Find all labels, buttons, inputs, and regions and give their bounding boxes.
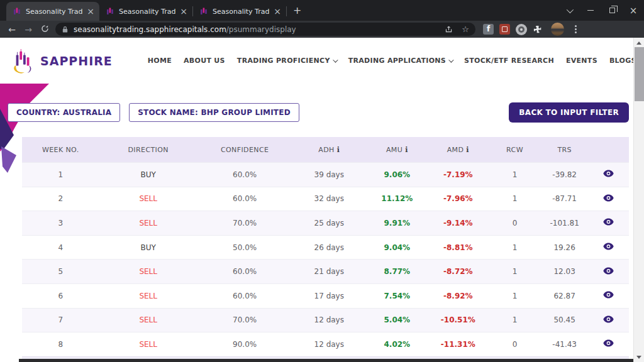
cell-adh: 12 days <box>292 340 366 349</box>
table-row: 3 SELL 70.0% 25 days 9.91% -9.14% 0 -101… <box>22 211 629 235</box>
nav-home[interactable]: HOME <box>148 57 172 65</box>
cell-direction: SELL <box>99 340 197 349</box>
cell-amd: -9.14% <box>428 219 489 228</box>
info-icon[interactable]: i <box>466 146 469 154</box>
puzzle-extensions-icon[interactable] <box>533 25 543 35</box>
browser-tab-2[interactable]: Seasonality Trading × <box>99 2 192 21</box>
page-scrollbar[interactable] <box>633 38 644 362</box>
cell-adh: 21 days <box>292 267 366 276</box>
col-header-rcw: RCW <box>488 146 541 154</box>
eye-icon <box>603 339 614 347</box>
eye-icon <box>603 218 614 226</box>
tab-close-icon[interactable]: × <box>180 7 187 16</box>
forward-icon[interactable]: → <box>20 25 36 35</box>
browser-window: Seasonality Trading × Seasonality Tradin… <box>0 0 644 362</box>
table-body: 1 BUY 60.0% 39 days 9.06% -7.19% 1 -39.8… <box>22 162 629 356</box>
browser-profile-avatar[interactable] <box>551 23 564 36</box>
window-minimize-button[interactable] <box>580 0 601 21</box>
cell-amd: -7.19% <box>428 170 489 179</box>
cell-direction: SELL <box>99 267 197 276</box>
cell-trs: -39.82 <box>541 170 587 179</box>
browser-menu-icon[interactable] <box>575 25 577 33</box>
cell-rcw: 1 <box>488 267 541 276</box>
cell-amu: 9.06% <box>366 170 428 179</box>
cell-confidence: 70.0% <box>197 219 292 228</box>
bookmark-star-icon[interactable]: ☆ <box>462 25 469 34</box>
browser-tab-1[interactable]: Seasonality Trading × <box>6 2 99 21</box>
lock-icon <box>62 26 69 33</box>
cell-trs: -41.43 <box>541 340 587 349</box>
nav-events[interactable]: EVENTS <box>566 57 597 65</box>
cell-amd: -11.31% <box>428 340 489 349</box>
view-details-eye-button[interactable] <box>603 170 614 177</box>
cell-amu: 9.04% <box>366 243 428 252</box>
browser-tab-3[interactable]: Seasonality Trading × <box>193 2 286 21</box>
cell-week: 8 <box>22 340 99 349</box>
cell-confidence: 60.0% <box>197 267 292 276</box>
table-row: 2 SELL 60.0% 32 days 11.12% -7.96% 1 -87… <box>22 187 629 211</box>
tab-close-icon[interactable]: × <box>274 7 281 16</box>
cell-rcw: 1 <box>488 292 541 300</box>
site-logo[interactable]: SAPPHIRE <box>11 48 113 74</box>
tab-strip: Seasonality Trading × Seasonality Tradin… <box>0 0 644 21</box>
back-to-input-filter-button[interactable]: BACK TO INPUT FILTER <box>509 102 629 123</box>
cell-confidence: 90.0% <box>197 340 292 349</box>
cell-direction: BUY <box>99 243 197 252</box>
tab-divider <box>286 6 287 16</box>
info-icon[interactable]: i <box>405 146 408 154</box>
cell-week: 6 <box>22 292 99 300</box>
url-bar[interactable]: seasonalitytrading.sapphirecapitals.com/… <box>55 23 475 36</box>
cell-amu: 11.12% <box>366 194 428 203</box>
view-details-eye-button[interactable] <box>603 218 614 226</box>
info-icon[interactable]: i <box>337 146 340 154</box>
share-icon[interactable] <box>445 25 453 33</box>
shield-extension-icon[interactable] <box>499 24 510 35</box>
site-favicon <box>106 7 114 16</box>
view-details-eye-button[interactable] <box>603 291 614 299</box>
cell-rcw: 1 <box>488 194 541 203</box>
scrollbar-thumb[interactable] <box>635 47 644 101</box>
window-restore-button[interactable] <box>601 0 623 21</box>
back-icon[interactable]: ← <box>4 25 20 35</box>
view-details-eye-button[interactable] <box>603 315 614 323</box>
cell-rcw: 0 <box>488 340 541 349</box>
col-header-direction: DIRECTION <box>99 146 197 154</box>
summary-table: WEEK NO. DIRECTION CONFIDENCE ADHi AMUi … <box>22 137 629 360</box>
table-row: 5 SELL 60.0% 21 days 8.77% -8.72% 1 12.0… <box>22 259 629 283</box>
scroll-up-icon[interactable] <box>636 41 641 45</box>
cell-amu: 5.04% <box>366 315 428 324</box>
col-header-amd: AMDi <box>428 146 489 154</box>
scroll-down-icon[interactable] <box>636 356 641 359</box>
reload-icon[interactable] <box>36 25 53 35</box>
cell-trs: 62.87 <box>541 292 587 300</box>
cell-amd: -8.81% <box>428 243 489 252</box>
cell-confidence: 60.0% <box>197 292 292 300</box>
window-menu-chevron-icon[interactable] <box>558 0 580 21</box>
cell-direction: BUY <box>99 170 197 179</box>
content-area: COUNTRY: AUSTRALIA STOCK NAME: BHP GROUP… <box>0 84 644 362</box>
window-close-button[interactable]: × <box>623 0 644 21</box>
nav-about-us[interactable]: ABOUT US <box>184 57 225 65</box>
view-details-eye-button[interactable] <box>603 243 614 250</box>
logo-text: SAPPHIRE <box>40 54 113 68</box>
view-details-eye-button[interactable] <box>603 267 614 275</box>
view-details-eye-button[interactable] <box>603 339 614 347</box>
browser-toolbar: ← → seasonalitytrading.sapphirecapitals.… <box>0 21 644 38</box>
logo-candlestick-icon <box>11 48 35 74</box>
facebook-extension-icon[interactable]: f <box>483 24 494 35</box>
col-header-trs: TRS <box>541 146 587 154</box>
url-path: /psummarydisplay <box>226 25 296 34</box>
table-row: 4 BUY 50.0% 26 days 9.04% -8.81% 1 19.26 <box>22 235 629 260</box>
nav-stock-etf-research[interactable]: STOCK/ETF RESEARCH <box>464 57 554 65</box>
cell-adh: 32 days <box>292 194 366 203</box>
view-details-eye-button[interactable] <box>603 194 614 202</box>
eye-icon <box>603 315 614 323</box>
nav-trading-applications[interactable]: TRADING APPLICATIONS <box>348 57 452 65</box>
tab-close-icon[interactable]: × <box>87 7 94 16</box>
cell-direction: SELL <box>99 292 197 300</box>
new-tab-button[interactable]: + <box>293 4 301 16</box>
cell-rcw: 1 <box>488 315 541 324</box>
nav-trading-proficiency[interactable]: TRADING PROFICIENCY <box>237 57 336 65</box>
cell-confidence: 70.0% <box>197 315 292 324</box>
film-extension-icon[interactable] <box>516 24 527 35</box>
